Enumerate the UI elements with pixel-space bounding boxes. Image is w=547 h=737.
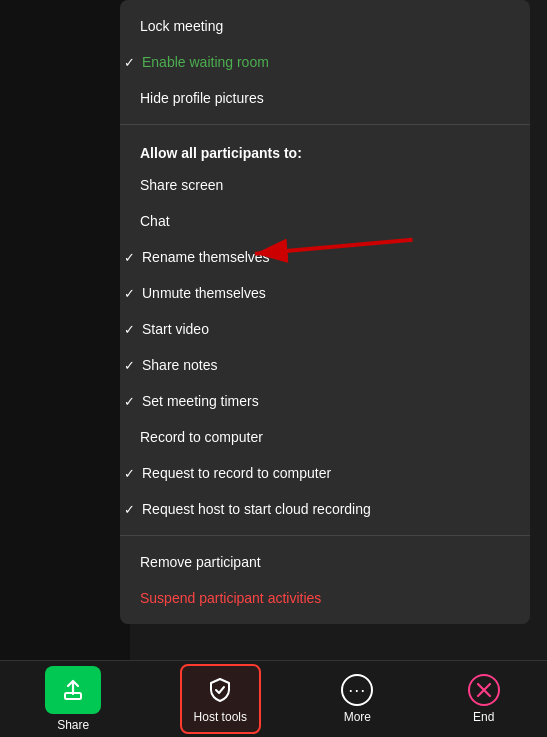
host-tools-label: Host tools <box>194 710 247 724</box>
bottom-toolbar: Share Host tools ··· More End <box>0 660 547 737</box>
waiting-room-check: ✓ <box>124 55 135 70</box>
section-header: Allow all participants to: <box>120 133 530 167</box>
request-host-cloud-item[interactable]: ✓ Request host to start cloud recording <box>120 491 530 527</box>
request-cloud-check: ✓ <box>124 502 135 517</box>
svg-rect-2 <box>65 693 81 699</box>
share-notes-label: Share notes <box>142 357 218 373</box>
host-tools-icon <box>204 674 236 706</box>
hide-profile-pictures-label: Hide profile pictures <box>140 90 264 106</box>
unmute-themselves-label: Unmute themselves <box>142 285 266 301</box>
share-notes-check: ✓ <box>124 358 135 373</box>
background-panel <box>0 0 130 660</box>
rename-check: ✓ <box>124 250 135 265</box>
end-toolbar-item[interactable]: End <box>454 666 514 732</box>
request-to-record-item[interactable]: ✓ Request to record to computer <box>120 455 530 491</box>
timers-check: ✓ <box>124 394 135 409</box>
suspend-activities-item[interactable]: Suspend participant activities <box>120 580 530 616</box>
enable-waiting-room-item[interactable]: ✓ Enable waiting room <box>120 44 530 80</box>
enable-waiting-room-label: Enable waiting room <box>142 54 269 70</box>
rename-themselves-label: Rename themselves <box>142 249 270 265</box>
share-label: Share <box>57 718 89 732</box>
end-icon <box>468 674 500 706</box>
record-to-computer-label: Record to computer <box>140 429 263 445</box>
request-host-cloud-label: Request host to start cloud recording <box>142 501 371 517</box>
remove-participant-label: Remove participant <box>140 554 261 570</box>
share-screen-item[interactable]: Share screen <box>120 167 530 203</box>
set-meeting-timers-label: Set meeting timers <box>142 393 259 409</box>
lock-meeting-label: Lock meeting <box>140 18 223 34</box>
start-video-item[interactable]: ✓ Start video <box>120 311 530 347</box>
share-toolbar-item[interactable]: Share <box>33 658 113 737</box>
end-label: End <box>473 710 494 724</box>
request-to-record-label: Request to record to computer <box>142 465 331 481</box>
menu-section-2: Allow all participants to: Share screen … <box>120 125 530 536</box>
share-notes-item[interactable]: ✓ Share notes <box>120 347 530 383</box>
chat-label: Chat <box>140 213 170 229</box>
start-video-label: Start video <box>142 321 209 337</box>
record-to-computer-item[interactable]: Record to computer <box>120 419 530 455</box>
host-tools-toolbar-item[interactable]: Host tools <box>180 664 261 734</box>
menu-section-3: Remove participant Suspend participant a… <box>120 536 530 624</box>
share-icon <box>59 676 87 704</box>
menu-section-1: Lock meeting ✓ Enable waiting room Hide … <box>120 0 530 125</box>
more-icon: ··· <box>341 674 373 706</box>
unmute-themselves-item[interactable]: ✓ Unmute themselves <box>120 275 530 311</box>
more-label: More <box>344 710 371 724</box>
share-button[interactable] <box>45 666 101 714</box>
chat-item[interactable]: Chat <box>120 203 530 239</box>
set-meeting-timers-item[interactable]: ✓ Set meeting timers <box>120 383 530 419</box>
start-video-check: ✓ <box>124 322 135 337</box>
suspend-activities-label: Suspend participant activities <box>140 590 321 606</box>
remove-participant-item[interactable]: Remove participant <box>120 544 530 580</box>
hide-profile-pictures-item[interactable]: Hide profile pictures <box>120 80 530 116</box>
share-screen-label: Share screen <box>140 177 223 193</box>
rename-themselves-item[interactable]: ✓ Rename themselves <box>120 239 530 275</box>
request-record-check: ✓ <box>124 466 135 481</box>
unmute-check: ✓ <box>124 286 135 301</box>
context-menu: Lock meeting ✓ Enable waiting room Hide … <box>120 0 530 624</box>
more-toolbar-item[interactable]: ··· More <box>327 666 387 732</box>
lock-meeting-item[interactable]: Lock meeting <box>120 8 530 44</box>
